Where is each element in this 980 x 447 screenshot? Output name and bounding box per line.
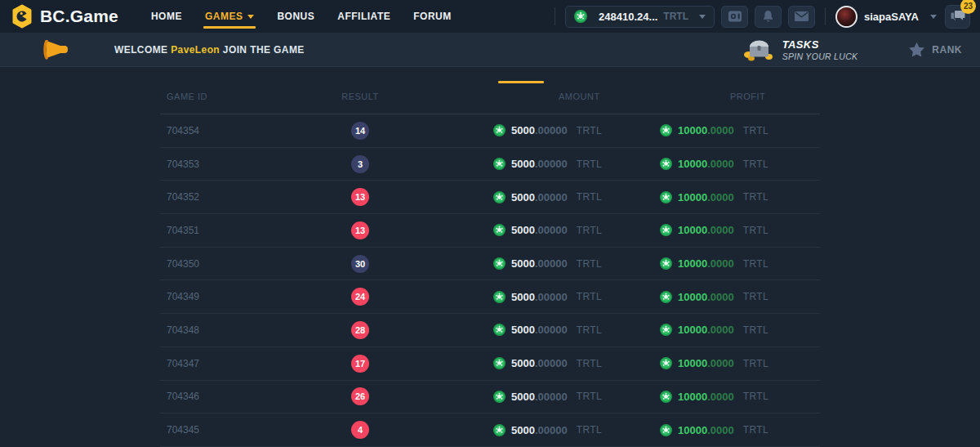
nav-item-games[interactable]: GAMES — [194, 0, 266, 33]
divider — [825, 7, 826, 25]
amount-currency: TRTL — [577, 391, 602, 402]
trtl-coin-icon — [493, 324, 506, 336]
result-cell: 3 — [299, 155, 421, 173]
mail-icon — [795, 11, 808, 21]
game-id-cell: 704350 — [160, 258, 299, 270]
header-profit: PROFIT — [634, 92, 820, 101]
amount-cell: 5000.00000 TRTL — [421, 357, 634, 369]
profit-dec: .0000 — [707, 191, 734, 203]
active-tab-indicator[interactable] — [498, 81, 544, 83]
profit-cell: 10000.0000 TRTL — [634, 224, 820, 236]
profit-currency: TRTL — [743, 191, 768, 203]
profit-currency: TRTL — [743, 391, 768, 402]
top-navbar: BC.Game HOME GAMES BONUS AFFILIATE FORUM… — [0, 0, 980, 33]
table-row[interactable]: 704354 14 5000.00000 TRTL 10000.0000 — [160, 114, 820, 148]
nav-item-home[interactable]: HOME — [140, 0, 194, 33]
profit-dec: .0000 — [707, 224, 734, 236]
amount-cell: 5000.00000 TRTL — [421, 124, 634, 136]
trtl-coin-icon — [660, 124, 672, 136]
table-row[interactable]: 704351 13 5000.00000 TRTL 10000.0000 — [160, 214, 820, 248]
table-row[interactable]: 704352 13 5000.00000 TRTL 10000.0000 — [160, 181, 820, 214]
profit-cell: 10000.0000 TRTL — [634, 257, 820, 270]
rank-widget[interactable]: RANK — [908, 42, 962, 58]
amount-dec: .00000 — [535, 124, 568, 136]
trtl-coin-icon — [660, 424, 672, 436]
profit-int: 10000 — [678, 191, 707, 203]
amount-cell: 5000.00000 TRTL — [421, 158, 634, 170]
game-id-cell: 704346 — [160, 391, 299, 402]
treasure-chest-icon — [743, 38, 774, 62]
balance-selector[interactable]: 248410.24... TRTL — [565, 6, 715, 28]
game-id-cell: 704351 — [160, 225, 299, 236]
table-row[interactable]: 704353 3 5000.00000 TRTL 10000.0000 T — [160, 148, 820, 181]
table-row[interactable]: 704347 17 5000.00000 TRTL 10000.0000 — [160, 347, 820, 381]
profit-currency: TRTL — [743, 225, 768, 236]
profit-dec: .0000 — [707, 124, 734, 136]
profit-cell: 10000.0000 TRTL — [634, 391, 820, 403]
nav-right-cluster: 248410.24... TRTL — [551, 0, 980, 33]
profit-cell: 10000.0000 TRTL — [634, 424, 820, 436]
profit-currency: TRTL — [743, 258, 768, 270]
username: siapaSAYA — [864, 11, 919, 23]
profit-int: 10000 — [678, 324, 707, 336]
profit-dec: .0000 — [707, 391, 734, 403]
result-badge: 24 — [351, 288, 369, 306]
amount-dec: .00000 — [535, 357, 568, 369]
result-cell: 24 — [299, 288, 421, 306]
profit-dec: .0000 — [707, 424, 734, 436]
amount-dec: .00000 — [535, 158, 568, 170]
tasks-texts: TASKS SPIN YOUR LUCK — [782, 38, 858, 61]
profit-currency: TRTL — [743, 125, 768, 136]
profit-cell: 10000.0000 TRTL — [634, 357, 820, 369]
nav-item-affiliate[interactable]: AFFILIATE — [326, 0, 402, 33]
amount-dec: .00000 — [535, 224, 568, 236]
table-row[interactable]: 704348 28 5000.00000 TRTL 10000.0000 — [160, 314, 820, 347]
table-row[interactable]: 704345 4 5000.00000 TRTL 10000.0000 T — [160, 413, 820, 447]
result-badge: 17 — [351, 355, 369, 373]
notifications-button[interactable] — [755, 6, 782, 28]
amount-int: 5000 — [511, 257, 535, 270]
amount-currency: TRTL — [577, 291, 602, 302]
chevron-down-icon — [247, 15, 254, 19]
bets-table-header: GAME ID RESULT AMOUNT PROFIT — [160, 78, 820, 114]
table-row[interactable]: 704349 24 5000.00000 TRTL 10000.0000 — [160, 280, 820, 314]
result-badge: 13 — [351, 188, 369, 206]
chat-unread-badge: 23 — [960, 0, 976, 14]
profit-int: 10000 — [678, 257, 707, 270]
trtl-coin-icon — [493, 391, 506, 403]
bell-icon — [762, 10, 774, 23]
chat-button[interactable]: 23 — [945, 5, 970, 29]
game-id-cell: 704348 — [160, 324, 299, 336]
avatar — [835, 6, 858, 28]
tasks-widget[interactable]: TASKS SPIN YOUR LUCK — [743, 38, 858, 62]
profit-int: 10000 — [678, 357, 707, 369]
table-row[interactable]: 704350 30 5000.00000 TRTL 10000.0000 — [160, 248, 820, 281]
game-id-cell: 704353 — [160, 159, 299, 170]
nav-item-bonus[interactable]: BONUS — [265, 0, 326, 33]
bcgame-logo-icon — [11, 4, 33, 29]
result-badge: 4 — [351, 421, 369, 439]
chevron-down-icon — [699, 15, 706, 19]
profit-int: 10000 — [678, 158, 707, 170]
trtl-coin-icon — [493, 191, 506, 203]
profit-cell: 10000.0000 TRTL — [634, 191, 820, 203]
vault-button[interactable] — [721, 6, 748, 28]
nav-item-forum[interactable]: FORUM — [402, 0, 463, 33]
tasks-subtitle: SPIN YOUR LUCK — [782, 51, 858, 61]
result-cell: 28 — [299, 321, 421, 339]
result-badge: 30 — [351, 255, 369, 273]
header-game-id: GAME ID — [160, 92, 299, 101]
profit-int: 10000 — [678, 391, 707, 403]
table-row[interactable]: 704346 26 5000.00000 TRTL 10000.0000 — [160, 381, 820, 414]
brand-logo[interactable]: BC.Game — [11, 0, 118, 33]
user-menu[interactable]: siapaSAYA — [835, 6, 937, 28]
balance-currency: TRTL — [663, 11, 688, 22]
mail-button[interactable] — [788, 6, 815, 28]
amount-currency: TRTL — [577, 258, 602, 270]
profit-dec: .0000 — [707, 291, 734, 303]
trtl-coin-icon — [574, 10, 587, 23]
banner-right: TASKS SPIN YOUR LUCK RANK — [743, 38, 962, 62]
amount-currency: TRTL — [577, 358, 602, 369]
profit-int: 10000 — [678, 224, 707, 236]
result-cell: 13 — [299, 188, 421, 206]
